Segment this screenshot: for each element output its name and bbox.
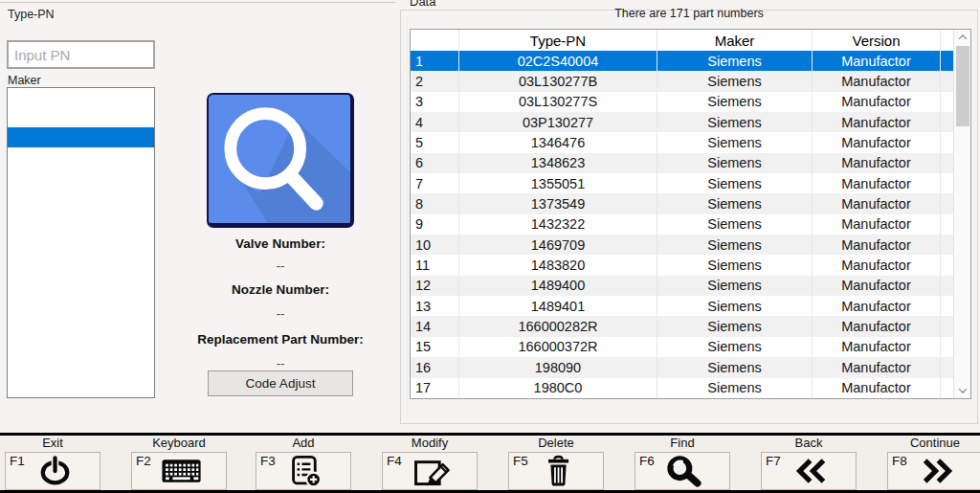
maker-list-item[interactable] <box>8 265 154 285</box>
cell-maker: Siemens <box>657 337 813 357</box>
table-row[interactable]: 9 1432322 Siemens Manufactor <box>411 214 953 235</box>
maker-list-item[interactable] <box>8 108 154 128</box>
table-row[interactable]: 13 1489401 Siemens Manufactor <box>411 296 953 316</box>
cell-type-pn: 198090 <box>459 357 657 377</box>
maker-listbox[interactable] <box>7 87 155 398</box>
nozzle-number-value: -- <box>177 306 384 321</box>
maker-list-item[interactable] <box>8 127 154 147</box>
cell-row-number: 3 <box>411 92 459 112</box>
cell-type-pn: 03P130277 <box>459 112 657 132</box>
maker-list-item[interactable] <box>8 167 154 187</box>
toolbar-button[interactable]: F5 <box>508 452 604 490</box>
toolbar-button[interactable]: F2 <box>131 452 227 490</box>
cell-maker: Siemens <box>657 71 813 91</box>
scroll-thumb[interactable] <box>956 46 969 126</box>
cell-filler <box>941 357 953 377</box>
table-row[interactable]: 4 03P130277 Siemens Manufactor <box>411 112 953 132</box>
toolbar-button[interactable]: F7 <box>761 452 857 490</box>
column-header-filler <box>941 30 953 51</box>
fkey-label: F4 <box>387 454 402 468</box>
toolbar-button[interactable]: F1 <box>5 452 100 490</box>
cell-filler <box>941 276 953 296</box>
toolbar-button[interactable]: F4 <box>382 452 478 490</box>
table-row[interactable]: 2 03L130277B Siemens Manufactor <box>411 71 953 91</box>
maker-list-item[interactable] <box>8 305 154 325</box>
cell-type-pn: 1483820 <box>459 255 657 275</box>
toolbar-button[interactable]: F3 <box>256 452 351 490</box>
cell-row-number: 4 <box>411 112 459 132</box>
maker-list-item[interactable] <box>8 207 154 227</box>
toolbar-button[interactable]: F6 <box>635 452 730 490</box>
back-icon <box>791 455 832 487</box>
cell-version: Manufactor <box>813 276 941 296</box>
table-row[interactable]: 8 1373549 Siemens Manufactor <box>411 193 953 213</box>
table-row[interactable]: 7 1355051 Siemens Manufactor <box>411 173 953 193</box>
cell-row-number: 5 <box>411 132 459 152</box>
cell-maker: Siemens <box>657 255 813 275</box>
toolbar-item: Modify F4 <box>382 436 478 493</box>
table-row[interactable]: 3 03L130277S Siemens Manufactor <box>411 92 953 112</box>
table-row[interactable]: 5 1346476 Siemens Manufactor <box>411 132 953 152</box>
cell-filler <box>941 71 953 91</box>
table-row[interactable]: 10 1469709 Siemens Manufactor <box>411 235 953 255</box>
cell-filler <box>941 337 953 357</box>
toolbar-item: Back F7 <box>761 436 857 493</box>
cell-filler <box>941 255 953 275</box>
maker-list-item[interactable] <box>8 285 154 305</box>
toolbar-item-label: Find <box>635 436 730 452</box>
scroll-down-arrow-icon[interactable] <box>954 383 970 398</box>
valve-number-value: -- <box>177 258 384 273</box>
cell-filler <box>941 214 953 235</box>
cell-version: Manufactor <box>813 51 941 71</box>
parts-table[interactable]: Type-PN Maker Version 1 02C2S40004 Sieme… <box>410 29 971 399</box>
cell-row-number: 9 <box>411 214 459 235</box>
cell-maker: Siemens <box>657 51 813 71</box>
function-toolbar: Exit F1 Keyboard F2 Add F3 Modify F <box>0 436 980 490</box>
table-row[interactable]: 15 166000372R Siemens Manufactor <box>411 337 953 357</box>
toolbar-item-label: Keyboard <box>131 436 227 452</box>
record-count-text: There are 171 part numbers <box>401 7 977 20</box>
cell-version: Manufactor <box>813 316 941 336</box>
cell-maker: Siemens <box>657 235 813 255</box>
column-header-maker: Maker <box>657 30 813 51</box>
table-body: 1 02C2S40004 Siemens Manufactor 2 03L130… <box>411 51 953 398</box>
table-row[interactable]: 16 198090 Siemens Manufactor <box>411 357 953 377</box>
cell-type-pn: 1348623 <box>459 153 657 173</box>
table-scrollbar[interactable] <box>953 30 970 398</box>
table-row[interactable]: 14 166000282R Siemens Manufactor <box>411 316 953 336</box>
cell-version: Manufactor <box>813 337 941 357</box>
maker-list-item[interactable] <box>8 226 154 246</box>
cell-row-number: 8 <box>411 193 459 213</box>
code-adjust-button[interactable]: Code Adjust <box>208 370 353 396</box>
fkey-label: F2 <box>136 454 151 468</box>
maker-list-item[interactable] <box>8 246 154 266</box>
search-button[interactable] <box>207 93 354 228</box>
maker-list-item[interactable] <box>8 187 154 207</box>
cell-version: Manufactor <box>813 92 941 112</box>
table-row[interactable]: 11 1483820 Siemens Manufactor <box>411 255 953 275</box>
table-row[interactable]: 6 1348623 Siemens Manufactor <box>411 153 953 173</box>
cell-filler <box>941 51 953 71</box>
scroll-up-arrow-icon[interactable] <box>954 30 970 45</box>
table-row[interactable]: 12 1489400 Siemens Manufactor <box>411 276 953 296</box>
part-number-input[interactable] <box>7 40 155 69</box>
toolbar-item: Delete F5 <box>508 436 604 493</box>
cell-version: Manufactor <box>813 296 941 316</box>
cell-row-number: 6 <box>411 153 459 173</box>
cell-type-pn: 02C2S40004 <box>459 51 657 71</box>
table-row[interactable]: 17 1980C0 Siemens Manufactor <box>411 378 953 398</box>
cell-filler <box>941 112 953 132</box>
cell-filler <box>941 235 953 255</box>
maker-list-item[interactable] <box>8 88 154 108</box>
cell-maker: Siemens <box>657 112 813 132</box>
cell-version: Manufactor <box>813 235 941 255</box>
toolbar-button[interactable]: F8 <box>887 452 980 490</box>
cell-type-pn: 1432322 <box>459 214 657 235</box>
add-record-icon <box>286 455 326 487</box>
cell-filler <box>941 316 953 336</box>
maker-list-item[interactable] <box>8 147 154 168</box>
cell-row-number: 16 <box>411 357 459 377</box>
cell-maker: Siemens <box>657 132 813 152</box>
toolbar-item-label: Modify <box>382 436 478 452</box>
table-row[interactable]: 1 02C2S40004 Siemens Manufactor <box>411 51 953 71</box>
